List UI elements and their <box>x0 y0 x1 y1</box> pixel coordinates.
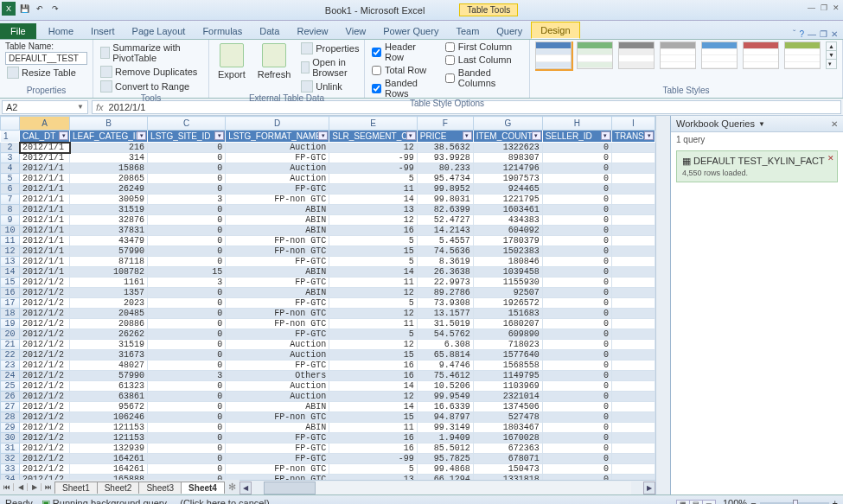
cell[interactable]: 108782 <box>70 267 148 278</box>
cell[interactable]: 0 <box>542 174 611 184</box>
cell[interactable]: 1670028 <box>473 433 542 443</box>
summarize-pivot-button[interactable]: Summarize with PivotTable <box>99 41 203 64</box>
row-header[interactable]: 1 <box>1 131 20 143</box>
cell[interactable]: 0 <box>542 309 611 319</box>
cell[interactable]: 1374506 <box>473 402 542 412</box>
cell[interactable]: 0 <box>542 454 611 464</box>
row-header[interactable]: 17 <box>1 298 20 309</box>
cell[interactable]: 12 <box>329 215 418 226</box>
cell[interactable]: 12 <box>329 392 418 402</box>
cell[interactable]: 0 <box>542 298 611 309</box>
gallery-more-icon[interactable]: ▾ <box>827 60 836 68</box>
query-item[interactable]: ▦ DEFAULT TEST_KYLIN_FACT 4,550 rows loa… <box>676 150 838 182</box>
cell[interactable] <box>611 267 655 278</box>
row-header[interactable]: 28 <box>1 412 20 423</box>
cell[interactable]: 0 <box>148 143 226 153</box>
cell[interactable]: 3 <box>148 278 226 288</box>
cell[interactable]: 2012/1/2 <box>20 309 70 319</box>
cell[interactable]: 0 <box>148 288 226 298</box>
tab-file[interactable]: File <box>0 23 36 39</box>
row-header[interactable]: 19 <box>1 319 20 329</box>
cell[interactable]: 16 <box>329 360 418 371</box>
cell[interactable]: 151683 <box>473 309 542 319</box>
cell[interactable]: FP-GTC <box>226 360 329 371</box>
row-header[interactable]: 6 <box>1 184 20 195</box>
cell[interactable]: 57990 <box>70 246 148 257</box>
cell[interactable]: 1322623 <box>473 143 542 153</box>
cell[interactable]: 2012/1/2 <box>20 298 70 309</box>
cell[interactable]: 2012/1/2 <box>20 340 70 350</box>
cell[interactable]: 5 <box>329 174 418 184</box>
cell[interactable]: 1161 <box>70 278 148 288</box>
row-header[interactable]: 16 <box>1 288 20 298</box>
cell[interactable]: 2012/1/2 <box>20 381 70 392</box>
cell[interactable]: 2012/1/2 <box>20 350 70 360</box>
row-header[interactable]: 32 <box>1 454 20 464</box>
status-background[interactable]: ▣ Running background query ... (Click he… <box>42 498 270 505</box>
cell[interactable]: 0 <box>542 329 611 340</box>
cell[interactable]: 2012/1/1 <box>20 215 70 226</box>
cell[interactable]: 26249 <box>70 184 148 195</box>
field-header[interactable]: CAL_DT▾ <box>20 131 70 143</box>
select-all-corner[interactable] <box>1 117 20 131</box>
cell[interactable]: 11 <box>329 319 418 329</box>
cell[interactable]: Auction <box>226 392 329 402</box>
cell[interactable]: 15 <box>329 350 418 360</box>
cell[interactable]: 2012/1/2 <box>20 402 70 412</box>
field-header[interactable]: LEAF_CATEG_ID▾ <box>70 131 148 143</box>
cell[interactable]: 12 <box>329 309 418 319</box>
field-header[interactable]: PRICE▾ <box>417 131 473 143</box>
cell[interactable]: 48027 <box>70 360 148 371</box>
ribbon-minimize-icon[interactable]: ˇ <box>793 29 795 39</box>
cell[interactable]: 0 <box>148 340 226 350</box>
cell[interactable]: 14 <box>329 402 418 412</box>
sheet-nav-next-icon[interactable]: ▶ <box>28 483 42 491</box>
banded-rows-check[interactable]: Banded Rows <box>370 78 438 99</box>
row-header[interactable]: 25 <box>1 381 20 392</box>
cell[interactable]: 609890 <box>473 329 542 340</box>
cell[interactable] <box>611 340 655 350</box>
cell[interactable]: 1331818 <box>473 475 542 481</box>
row-header[interactable]: 26 <box>1 392 20 402</box>
col-header[interactable]: I <box>611 117 655 131</box>
field-header[interactable]: TRANS▾ <box>611 131 655 143</box>
remove-duplicates-button[interactable]: Remove Duplicates <box>99 65 199 79</box>
cell[interactable]: 16 <box>329 433 418 443</box>
redo-icon[interactable]: ↷ <box>48 2 62 16</box>
cell[interactable]: 164261 <box>70 464 148 475</box>
row-header[interactable]: 14 <box>1 267 20 278</box>
cell[interactable]: 1149795 <box>473 371 542 381</box>
col-header[interactable]: C <box>148 117 226 131</box>
cell[interactable]: 2012/1/1 <box>20 174 70 184</box>
sheet-tab[interactable]: Sheet4 <box>181 482 225 494</box>
table-properties-button[interactable]: Properties <box>299 41 361 55</box>
cell[interactable]: 99.9549 <box>417 392 473 402</box>
cell[interactable]: 0 <box>148 174 226 184</box>
cell[interactable]: 99.3149 <box>417 423 473 433</box>
cell[interactable]: 5 <box>329 298 418 309</box>
cell[interactable]: 11 <box>329 423 418 433</box>
table-styles-gallery[interactable]: ▲ ▼ ▾ <box>535 41 837 86</box>
cell[interactable]: 0 <box>148 153 226 163</box>
row-header[interactable]: 7 <box>1 195 20 205</box>
cell[interactable]: 52.4727 <box>417 215 473 226</box>
tab-query[interactable]: Query <box>488 23 531 39</box>
cell[interactable]: 1502383 <box>473 246 542 257</box>
row-header[interactable]: 33 <box>1 464 20 475</box>
cell[interactable]: 14.2143 <box>417 226 473 236</box>
filter-dropdown-icon[interactable]: ▾ <box>137 131 146 140</box>
cell[interactable]: FP-GTC <box>226 278 329 288</box>
cell[interactable]: 2321014 <box>473 392 542 402</box>
cell[interactable]: 0 <box>542 475 611 481</box>
cell[interactable]: 1568558 <box>473 360 542 371</box>
cell[interactable]: 14 <box>329 381 418 392</box>
cell[interactable] <box>611 184 655 195</box>
cell[interactable]: 2012/1/1 <box>20 236 70 246</box>
cell[interactable]: 9.4746 <box>417 360 473 371</box>
cell[interactable]: 2012/1/2 <box>20 464 70 475</box>
sheet-nav-first-icon[interactable]: ⏮ <box>0 483 14 491</box>
cell[interactable]: 106246 <box>70 412 148 423</box>
cell[interactable]: FP-GTC <box>226 329 329 340</box>
cell[interactable]: 63861 <box>70 392 148 402</box>
cell[interactable]: 3 <box>148 371 226 381</box>
